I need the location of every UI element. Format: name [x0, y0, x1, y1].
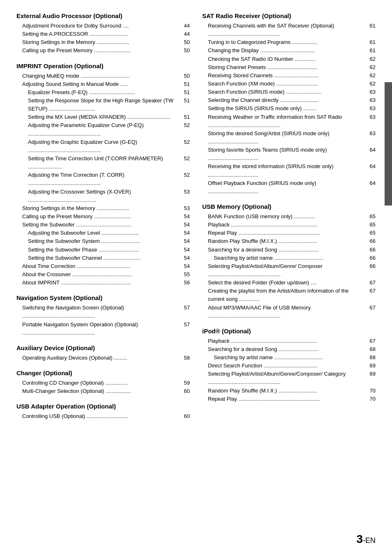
entry-text: Storing Channel Presets ................… [208, 63, 366, 72]
entry-page: 54 [180, 221, 190, 229]
entry-page: 56 [180, 279, 190, 287]
entry-page: 50 [180, 46, 190, 55]
toc-section: USB Memory (Optional)BANK Function (USB … [202, 203, 376, 320]
entry-page: 63 [366, 88, 376, 96]
entry-page: 52 [180, 121, 190, 129]
entry-text: Storing the desired Song/Artist (SIRIUS … [208, 129, 366, 146]
entry-text: Storing favorite Sports Teams (SIRIUS mo… [208, 146, 366, 162]
entry-page: 59 [180, 379, 190, 387]
entry-page: 67 [366, 279, 376, 287]
entry-page: 65 [366, 221, 376, 229]
entry-text: Setting the MX Level (MEDIA XPANDER) ...… [28, 113, 180, 121]
toc-entry: Selecting Playlist/Artist/Album/Genre/ C… [202, 262, 376, 279]
toc-section: Changer (Optional)Controlling CD Changer… [16, 369, 190, 395]
toc-entry: Random Play Shuffle (M.I.X.) ...........… [202, 237, 376, 245]
toc-entry: Changing MultEQ mode ...................… [16, 72, 190, 80]
entry-page: 62 [366, 63, 376, 72]
entry-page: 62 [366, 72, 376, 80]
entry-page: 66 [366, 262, 376, 270]
entry-page: 67 [366, 287, 376, 295]
toc-entry: Setting the A.PROCESSOR ................… [16, 30, 190, 38]
entry-page: 67 [366, 337, 376, 345]
toc-entry: Creating the playlist from the Artist/Al… [202, 287, 376, 303]
entry-page: 63 [366, 96, 376, 104]
entry-text: Multi-Changer Selection (Optional) .....… [22, 387, 180, 395]
entry-page: 61 [366, 46, 376, 55]
toc-section: SAT Radio Receiver (Optional)Receiving C… [202, 12, 376, 196]
toc-entry: Selecting Playlist/Artist/Album/Genre/Co… [202, 370, 376, 386]
entry-text: Selecting Playlist/Artist/Album/Genre/Co… [208, 370, 366, 386]
toc-entry: Repeat Play ............................… [202, 229, 376, 237]
toc-entry: Adjusting the Crossover Settings (X-OVER… [16, 188, 190, 204]
entry-page: 61 [366, 38, 376, 46]
toc-entry: Receiving Weather or Traffic information… [202, 113, 376, 129]
entry-page: 69 [366, 362, 376, 370]
entry-text: Changing MultEQ mode ...................… [22, 72, 180, 80]
entry-text: Receiving Stored Channels ..............… [208, 72, 366, 80]
toc-entry: Random Play Shuffle (M.I.X.) ...........… [202, 387, 376, 395]
toc-entry: Search Function (XM mode) ..............… [202, 80, 376, 88]
entry-page: 54 [180, 254, 190, 262]
entry-text: Controlling USB (Optional) .............… [22, 412, 180, 420]
entry-page: 69 [366, 370, 376, 378]
section-title: SAT Radio Receiver (Optional) [202, 12, 376, 19]
entry-page: 68 [366, 345, 376, 353]
entry-page: 63 [366, 129, 376, 138]
section-title: Changer (Optional) [16, 369, 190, 376]
toc-entry: BANK Function (USB memory only) ........… [202, 212, 376, 221]
page-number: 3 [356, 533, 363, 545]
toc-entry: Searching for a desired Song ...........… [202, 246, 376, 254]
entry-page: 57 [180, 304, 190, 312]
entry-page: 54 [180, 246, 190, 254]
entry-page: 54 [180, 262, 190, 270]
entry-text: Playback ...............................… [208, 221, 366, 229]
entry-text: Receiving Channels with the SAT Receiver… [208, 22, 366, 38]
entry-page: 65 [366, 212, 376, 221]
entry-text: Setting the A.PROCESSOR ................… [22, 30, 180, 38]
toc-entry: Tuning in to Categorized Programs ......… [202, 38, 376, 46]
toc-section: USB Adapter Operation (Optional)Controll… [16, 403, 190, 420]
toc-entry: Adjusting Sound Setting in Manual Mode .… [16, 80, 190, 88]
toc-entry: Storing Settings in the Memory .........… [16, 204, 190, 212]
entry-page: 52 [180, 155, 190, 163]
page-footer: 3-EN [356, 533, 376, 546]
section-title: USB Memory (Optional) [202, 203, 376, 210]
toc-entry: Setting the Response Slope for the High … [16, 97, 190, 113]
right-column: SAT Radio Receiver (Optional)Receiving C… [202, 12, 376, 428]
toc-entry: Search Function (SIRIUS mode) ..........… [202, 88, 376, 96]
toc-entry: Storing favorite Sports Teams (SIRIUS mo… [202, 146, 376, 162]
entry-text: About the Crossover ....................… [22, 270, 180, 279]
entry-page: 60 [180, 412, 190, 420]
entry-text: Search Function (SIRIUS mode) ..........… [208, 88, 366, 96]
toc-entry: Repeat Play ............................… [202, 395, 376, 403]
section-title: Auxiliary Device (Optional) [16, 344, 190, 351]
entry-text: Adjusting the Crossover Settings (X-OVER… [28, 188, 180, 204]
entry-page: 58 [180, 354, 190, 362]
toc-section: Navigation System (Optional)Switching th… [16, 294, 190, 337]
toc-entry: Selecting the Channel directly .........… [202, 96, 376, 104]
entry-page: 52 [180, 171, 190, 179]
side-tab [385, 82, 392, 205]
toc-entry: Adjustment Procedure for Dolby Surround … [16, 22, 190, 30]
entry-page: 51 [180, 88, 190, 97]
entry-text: Storing Settings in the Memory .........… [22, 38, 180, 46]
entry-text: Setting the Subwoofer Channel ..........… [28, 254, 180, 262]
entry-text: Portable Navigation System Operation (Op… [22, 321, 180, 337]
entry-page: 65 [366, 229, 376, 237]
toc-entry: Calling up the Preset Memory ...........… [16, 46, 190, 55]
entry-page: 54 [180, 237, 190, 245]
entry-page: 66 [366, 254, 376, 262]
entry-text: Adjusting the Time Correction (T. CORR) … [28, 171, 180, 187]
toc-entry: Adjusting the Subwoofer Level ..........… [16, 229, 190, 237]
entry-text: Setting the Time Correction Unit (T.CORR… [28, 155, 180, 171]
toc-entry: Setting the Time Correction Unit (T.CORR… [16, 155, 190, 171]
entry-page: 62 [366, 80, 376, 88]
entry-page: 51 [180, 97, 190, 105]
entry-text: Adjusting the Graphic Equalizer Curve (G… [28, 138, 180, 155]
toc-entry: Setting the Subwoofer System ...........… [16, 237, 190, 245]
entry-page: 51 [180, 80, 190, 88]
section-title: IMPRINT Operation (Optional) [16, 62, 190, 69]
entry-text: Setting the Subwoofer Phase ............… [28, 246, 180, 254]
toc-entry: Select the desired Folder (Folder up/dow… [202, 279, 376, 287]
entry-text: Adjusting Sound Setting in Manual Mode .… [22, 80, 180, 88]
